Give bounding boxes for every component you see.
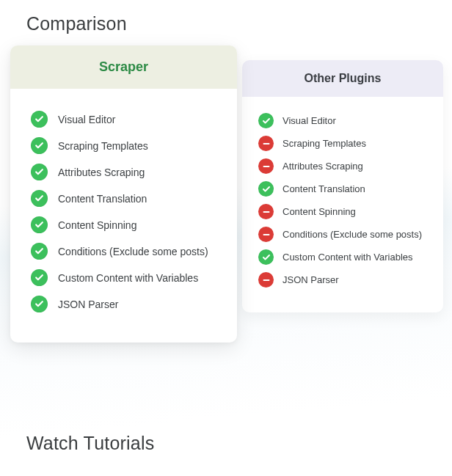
comparison-heading: Comparison (0, 0, 452, 34)
feature-label: Content Translation (282, 183, 365, 194)
feature-label: Attributes Scraping (282, 161, 363, 172)
check-icon (31, 190, 48, 207)
feature-row: JSON Parser (258, 272, 429, 288)
feature-label: JSON Parser (282, 274, 339, 285)
feature-row: Visual Editor (31, 111, 219, 128)
feature-row: Content Spinning (31, 216, 219, 233)
check-icon (31, 111, 48, 128)
other-plugins-card-title: Other Plugins (242, 60, 443, 97)
feature-label: JSON Parser (58, 299, 118, 310)
check-icon (31, 243, 48, 260)
feature-row: Attributes Scraping (31, 164, 219, 180)
feature-label: Content Spinning (58, 219, 136, 231)
minus-icon (258, 272, 274, 288)
other-plugins-feature-list: Visual Editor Scraping Templates Attribu… (242, 97, 443, 288)
feature-label: Scraping Templates (282, 138, 366, 149)
minus-icon (258, 136, 274, 151)
check-icon (258, 113, 274, 128)
feature-row: Content Spinning (258, 204, 429, 219)
feature-row: Custom Content with Variables (258, 249, 429, 265)
minus-icon (258, 204, 274, 219)
minus-icon (258, 158, 274, 174)
feature-row: Conditions (Exclude some posts) (258, 227, 429, 242)
check-icon (31, 137, 48, 154)
feature-label: Visual Editor (58, 114, 115, 125)
feature-label: Custom Content with Variables (58, 272, 198, 284)
feature-label: Conditions (Exclude some posts) (58, 246, 208, 257)
feature-row: Scraping Templates (31, 137, 219, 154)
check-icon (31, 296, 48, 312)
feature-row: Scraping Templates (258, 136, 429, 151)
feature-row: Content Translation (31, 190, 219, 207)
tutorials-heading: Watch Tutorials (0, 433, 154, 454)
feature-row: Conditions (Exclude some posts) (31, 243, 219, 260)
feature-label: Scraping Templates (58, 140, 148, 152)
check-icon (258, 249, 274, 265)
check-icon (31, 269, 48, 286)
scraper-feature-list: Visual Editor Scraping Templates Attribu… (10, 89, 237, 312)
feature-row: JSON Parser (31, 296, 219, 312)
feature-label: Conditions (Exclude some posts) (282, 229, 422, 240)
feature-label: Attributes Scraping (58, 166, 145, 178)
minus-icon (258, 227, 274, 242)
feature-row: Visual Editor (258, 113, 429, 128)
feature-row: Attributes Scraping (258, 158, 429, 174)
check-icon (258, 181, 274, 197)
check-icon (31, 216, 48, 233)
feature-row: Content Translation (258, 181, 429, 197)
scraper-card-title: Scraper (10, 45, 237, 89)
scraper-card: Scraper Visual Editor Scraping Templates… (10, 45, 237, 343)
feature-label: Content Translation (58, 193, 147, 205)
check-icon (31, 164, 48, 180)
other-plugins-card: Other Plugins Visual Editor Scraping Tem… (242, 60, 443, 312)
feature-label: Custom Content with Variables (282, 252, 413, 263)
feature-row: Custom Content with Variables (31, 269, 219, 286)
feature-label: Visual Editor (282, 115, 336, 126)
feature-label: Content Spinning (282, 206, 356, 217)
